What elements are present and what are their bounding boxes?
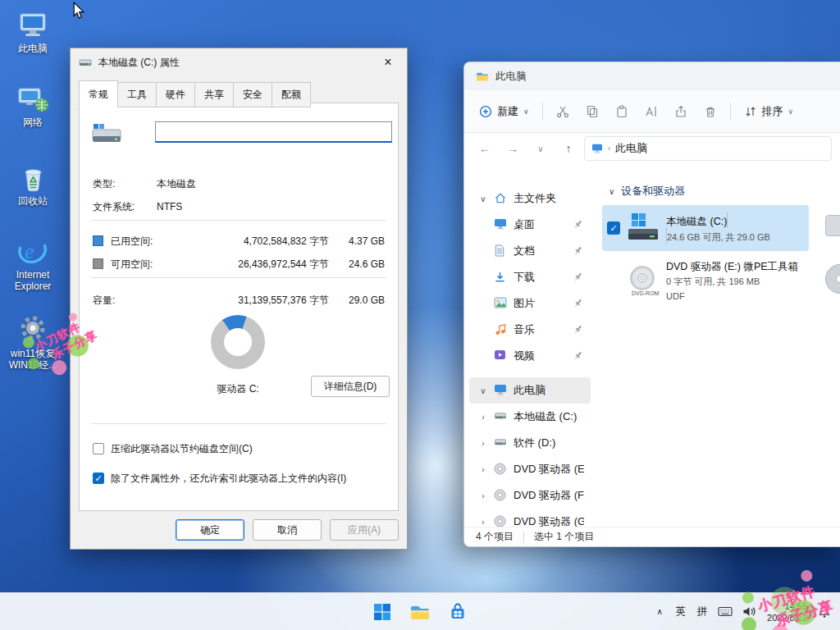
chevron-right-icon[interactable]: › bbox=[477, 465, 489, 474]
pictures-icon bbox=[494, 297, 509, 310]
dialog-titlebar[interactable]: 本地磁盘 (C:) 属性 × bbox=[71, 48, 407, 76]
back-button[interactable]: ← bbox=[472, 136, 497, 161]
svg-text:e: e bbox=[25, 240, 34, 263]
used-bytes: 4,702,584,832 字节 bbox=[244, 233, 329, 249]
volume-icon[interactable] bbox=[738, 597, 760, 627]
tab-sharing[interactable]: 共享 bbox=[195, 82, 234, 107]
pin-icon bbox=[573, 298, 584, 309]
index-checkbox-row[interactable]: ✓ 除了文件属性外，还允许索引此驱动器上文件的内容(I) bbox=[93, 471, 390, 486]
desktop-icon-win11-restore[interactable]: win11恢复WIN10经... bbox=[3, 313, 62, 371]
drive-icon-clipped bbox=[825, 215, 840, 236]
sidebar-item-desktop[interactable]: 桌面 bbox=[469, 212, 591, 238]
command-bar: 新建 ∨ 排序 ∨ bbox=[464, 90, 840, 133]
notification-bell-icon[interactable] bbox=[814, 597, 835, 627]
sidebar-item-dvd-f[interactable]: › DVD 驱动器 (F bbox=[469, 482, 591, 509]
desktop-icon-this-pc[interactable]: 此电脑 bbox=[3, 8, 62, 54]
sort-button[interactable]: 排序 ∨ bbox=[736, 98, 802, 126]
home-icon bbox=[494, 192, 509, 205]
filesystem-value: NTFS bbox=[157, 199, 182, 215]
sidebar-item-music[interactable]: 音乐 bbox=[469, 317, 591, 343]
delete-button[interactable] bbox=[696, 98, 725, 126]
hidden-icons-chevron-icon[interactable]: ∧ bbox=[650, 597, 669, 627]
tab-security[interactable]: 安全 bbox=[234, 82, 272, 107]
tab-quota[interactable]: 配额 bbox=[272, 82, 311, 107]
chevron-right-icon[interactable]: › bbox=[477, 413, 489, 422]
address-bar[interactable]: › 此电脑 bbox=[584, 136, 832, 161]
sidebar-item-home[interactable]: ∨ 主文件夹 bbox=[469, 185, 591, 212]
forward-button[interactable]: → bbox=[500, 136, 525, 161]
sidebar-item-pictures[interactable]: 图片 bbox=[469, 290, 591, 317]
sidebar-item-dvd-e[interactable]: › DVD 驱动器 (E bbox=[469, 456, 591, 482]
sidebar-item-videos[interactable]: 视频 bbox=[469, 343, 591, 369]
copy-button[interactable] bbox=[578, 98, 607, 126]
usage-donut bbox=[211, 315, 265, 369]
drive-tile-clipped[interactable] bbox=[822, 205, 840, 251]
free-swatch bbox=[93, 258, 103, 269]
drive-icon bbox=[91, 123, 122, 148]
new-button[interactable]: 新建 ∨ bbox=[471, 98, 537, 126]
capacity-bytes: 31,139,557,376 字节 bbox=[238, 292, 329, 308]
new-button-label: 新建 bbox=[497, 104, 518, 119]
system-drive-icon bbox=[627, 212, 660, 244]
index-checkbox[interactable]: ✓ bbox=[93, 472, 104, 484]
ime-mode-indicator[interactable]: 拼 bbox=[692, 597, 712, 627]
chevron-right-icon[interactable]: › bbox=[477, 439, 489, 448]
recent-locations-button[interactable]: ∨ bbox=[528, 136, 553, 161]
chevron-right-icon[interactable]: › bbox=[477, 518, 489, 527]
rename-button[interactable] bbox=[637, 98, 666, 126]
sidebar-item-documents[interactable]: 文档 bbox=[469, 238, 591, 264]
ok-button[interactable]: 确定 bbox=[176, 519, 244, 541]
system-tray: ∧ 英 拼 14:55 2022/8/12 bbox=[650, 593, 835, 630]
paste-button[interactable] bbox=[607, 98, 637, 126]
compress-checkbox[interactable] bbox=[93, 443, 104, 454]
divider bbox=[542, 103, 543, 121]
drive-tile-clipped[interactable] bbox=[822, 258, 840, 304]
taskbar-file-explorer[interactable] bbox=[404, 596, 436, 628]
volume-label-input[interactable] bbox=[155, 121, 392, 143]
cancel-button[interactable]: 取消 bbox=[253, 519, 322, 541]
details-button[interactable]: 详细信息(D) bbox=[311, 376, 390, 397]
explorer-titlebar[interactable]: 此电脑 bbox=[464, 62, 840, 90]
drive-tile-c[interactable]: ✓ 本地磁盘 (C:) 24.6 GB 可用, 共 29.0 GB bbox=[602, 205, 809, 251]
selection-checkbox[interactable]: ✓ bbox=[607, 221, 620, 235]
explorer-window: 此电脑 新建 ∨ 排序 ∨ ← → ∨ ↑ › 此电脑 bbox=[463, 62, 840, 547]
tab-hardware[interactable]: 硬件 bbox=[157, 82, 195, 107]
drive-info: 24.6 GB 可用, 共 29.0 GB bbox=[667, 232, 770, 242]
chevron-down-icon: ∨ bbox=[523, 107, 529, 116]
sidebar-item-downloads[interactable]: 下载 bbox=[469, 264, 591, 290]
share-button[interactable] bbox=[666, 98, 696, 126]
sidebar-item-this-pc[interactable]: ∨ 此电脑 bbox=[469, 377, 591, 404]
sidebar-item-drive-d[interactable]: › 软件 (D:) bbox=[469, 430, 591, 456]
desktop-icon-internet-explorer[interactable]: e Internet Explorer bbox=[3, 235, 62, 292]
document-icon bbox=[494, 244, 509, 258]
drive-tile-dvd-e[interactable]: DVD-ROM DVD 驱动器 (E:) 微PE工具箱 0 字节 可用, 共 1… bbox=[602, 258, 809, 304]
chevron-right-icon[interactable]: › bbox=[477, 491, 489, 500]
chevron-down-icon[interactable]: ∨ bbox=[477, 386, 489, 395]
tab-page-general: 类型: 本地磁盘 文件系统: NTFS 已用空间: 4,702,584,832 … bbox=[79, 103, 399, 511]
tab-tools[interactable]: 工具 bbox=[118, 82, 157, 107]
cut-button[interactable] bbox=[548, 98, 578, 126]
desktop-icon-network[interactable]: 网络 bbox=[3, 82, 62, 128]
close-icon[interactable]: × bbox=[369, 48, 407, 76]
desktop-icon-recycle-bin[interactable]: 回收站 bbox=[3, 161, 62, 207]
compress-checkbox-row[interactable]: 压缩此驱动器以节约磁盘空间(C) bbox=[93, 441, 390, 456]
breadcrumb-this-pc[interactable]: 此电脑 bbox=[615, 141, 647, 156]
section-header-devices[interactable]: ∨ 设备和驱动器 bbox=[609, 184, 840, 199]
touch-keyboard-icon[interactable] bbox=[714, 597, 737, 627]
tab-general[interactable]: 常规 bbox=[79, 80, 118, 107]
capacity-row: 容量: 31,139,557,376 字节 29.0 GB bbox=[93, 292, 385, 308]
desktop-icon-label: 此电脑 bbox=[3, 43, 62, 54]
svg-text:DVD-ROM: DVD-ROM bbox=[632, 290, 660, 296]
taskbar-store[interactable] bbox=[441, 596, 474, 628]
sidebar-item-dvd-g[interactable]: › DVD 驱动器 (G: bbox=[469, 509, 591, 527]
videos-icon bbox=[494, 349, 509, 363]
chevron-down-icon[interactable]: ∨ bbox=[477, 194, 489, 203]
taskbar-clock[interactable]: 14:55 2022/8/12 bbox=[762, 600, 812, 623]
navigation-pane: ∨ 主文件夹 桌面 文档 下载 bbox=[464, 164, 596, 527]
up-button[interactable]: ↑ bbox=[556, 136, 581, 161]
ime-language-indicator[interactable]: 英 bbox=[671, 597, 691, 627]
sidebar-item-local-disk-c[interactable]: › 本地磁盘 (C:) bbox=[469, 404, 591, 430]
this-pc-small-icon bbox=[591, 144, 603, 153]
divider bbox=[730, 103, 731, 121]
start-button[interactable] bbox=[366, 596, 399, 628]
